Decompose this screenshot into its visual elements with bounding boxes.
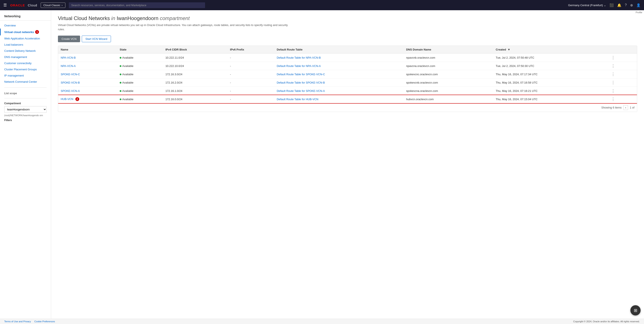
page-title-in: in xyxy=(111,15,115,21)
showing-items: Showing 6 items xyxy=(601,106,622,109)
page-description: Virtual Cloud Networks (VCNs) are privat… xyxy=(58,23,292,31)
route-table-link[interactable]: Default Route Table for NPA-VCN-B xyxy=(277,56,321,59)
create-vcn-button[interactable]: Create VCN xyxy=(58,36,80,42)
ipv6-prefix: - xyxy=(228,95,274,103)
sidebar-item-waa[interactable]: Web Application Acceleration xyxy=(0,35,51,42)
compartment-select[interactable]: IwanHoogendoorn xyxy=(4,106,47,113)
row-kebab-menu[interactable]: ⋮ xyxy=(610,96,617,102)
table-header-row: Name State IPv4 CIDR Block IPv6 Prefix D… xyxy=(58,46,637,54)
col-state: State xyxy=(117,46,163,54)
table-row: HUB-VCN 2 Available 172.16.0.0/24 - Defa… xyxy=(58,95,637,103)
dns-domain: npavcna.oraclevcn.com xyxy=(404,62,493,70)
route-table-link[interactable]: Default Route Table for NPA-VCN-A xyxy=(277,64,321,68)
status-dot xyxy=(120,82,122,84)
created-date: Thu, May 16, 2024, 07:16:58 UTC xyxy=(493,79,607,87)
row-kebab-menu[interactable]: ⋮ xyxy=(610,80,617,86)
vcn-name-link[interactable]: HUB-VCN xyxy=(61,97,73,101)
sidebar-item-cpg[interactable]: Cluster Placement Groups xyxy=(0,66,51,73)
oracle-text: ORACLE xyxy=(10,4,25,7)
terms-link[interactable]: Terms of Use and Privacy xyxy=(4,320,31,323)
terminal-icon[interactable]: ⬛ xyxy=(610,3,614,7)
table-row: SPOKE-VCN-B Available 172.16.2.0/24 - De… xyxy=(58,79,637,87)
table-footer: Showing 6 items ‹ 1 of xyxy=(58,103,637,112)
main-content: Virtual Cloud Networks in IwanHoogendoor… xyxy=(51,10,644,324)
dns-domain: spokevcna.oraclevcn.com xyxy=(404,87,493,95)
dns-domain: npavcnb.oraclevcn.com xyxy=(404,54,493,62)
row-kebab-menu[interactable]: ⋮ xyxy=(610,71,617,77)
table-row: SPOKE-VCN-C Available 172.16.3.0/24 - De… xyxy=(58,70,637,79)
sidebar-item-lb[interactable]: Load balancers xyxy=(0,42,51,48)
ipv6-prefix: - xyxy=(228,87,274,95)
profile-icon[interactable]: 👤 xyxy=(636,3,640,7)
bell-icon[interactable]: 🔔 xyxy=(617,3,622,7)
cloud-classic-button[interactable]: Cloud Classic › xyxy=(41,3,66,8)
filters-label: Filters xyxy=(0,117,51,123)
created-date: Thu, May 16, 2024, 07:16:21 UTC xyxy=(493,87,607,95)
cookie-link[interactable]: Cookie Preferences xyxy=(34,320,55,323)
ipv6-prefix: - xyxy=(228,70,274,79)
status-dot xyxy=(120,74,122,75)
search-input[interactable] xyxy=(69,2,205,8)
row-kebab-menu[interactable]: ⋮ xyxy=(610,55,617,61)
toolbar: Create VCN Start VCN Wizard xyxy=(58,36,637,42)
route-table-link[interactable]: Default Route Table for SPOKE-VCN-B xyxy=(277,81,325,84)
route-table-link[interactable]: Default Route Table for SPOKE-VCN-C xyxy=(277,73,325,76)
route-table-link[interactable]: Default Route Table for SPOKE-VCN-A xyxy=(277,89,325,93)
sidebar-item-ip-mgmt[interactable]: IP management xyxy=(0,73,51,79)
table-row: NPA-VCN-B Available 10.222.11.0/24 - Def… xyxy=(58,54,637,62)
row-badge: 2 xyxy=(76,97,79,101)
row-kebab-menu[interactable]: ⋮ xyxy=(610,63,617,69)
page-title-suffix: compartment xyxy=(160,15,190,21)
col-name: Name xyxy=(58,46,117,54)
page-info: 1 of xyxy=(630,106,634,109)
region-selector[interactable]: Germany Central (Frankfurt) ⌄ xyxy=(568,4,606,7)
help-icon[interactable]: ? xyxy=(625,3,627,7)
list-scope-title: List scope xyxy=(0,90,51,96)
compartment-path: (root)/NETWORK/IwanHoogendo orn xyxy=(0,114,51,117)
vcn-name-link[interactable]: SPOKE-VCN-C xyxy=(61,73,80,76)
table-row: SPOKE-VCN-A Available 172.16.1.0/24 - De… xyxy=(58,87,637,95)
sidebar: Networking Overview Virtual cloud networ… xyxy=(0,10,51,324)
status-dot xyxy=(120,65,122,67)
row-kebab-menu[interactable]: ⋮ xyxy=(610,88,617,94)
ipv6-prefix: - xyxy=(228,62,274,70)
col-ipv6: IPv6 Prefix xyxy=(228,46,274,54)
dns-domain: hubvcn.oraclevcn.com xyxy=(404,95,493,103)
sidebar-item-dns[interactable]: DNS management xyxy=(0,54,51,60)
globe-icon[interactable]: ⊕ xyxy=(630,3,633,7)
sidebar-divider2 xyxy=(4,98,47,99)
header-icons: ⬛ 🔔 ? ⊕ 👤 xyxy=(610,3,640,7)
footer: Terms of Use and Privacy Cookie Preferen… xyxy=(0,319,644,324)
vcn-name-link[interactable]: NPA-VCN-A xyxy=(61,64,76,68)
sidebar-item-ncc[interactable]: Network Command Center xyxy=(0,79,51,85)
layout: Networking Overview Virtual cloud networ… xyxy=(0,10,644,324)
start-vcn-wizard-button[interactable]: Start VCN Wizard xyxy=(82,36,111,42)
created-date: Thu, May 16, 2024, 07:17:34 UTC xyxy=(493,70,607,79)
hamburger-menu[interactable]: ☰ xyxy=(4,3,7,8)
vcn-name-link[interactable]: NPA-VCN-B xyxy=(61,56,76,59)
status-dot xyxy=(120,99,122,100)
ipv4-cidr: 172.16.2.0/24 xyxy=(163,79,228,87)
sidebar-item-customer-conn[interactable]: Customer connectivity xyxy=(0,60,51,66)
route-table-link[interactable]: Default Route Table for HUB-VCN xyxy=(277,98,318,101)
col-created[interactable]: Created ▼ xyxy=(493,46,607,54)
help-widget-icon: ⊞ xyxy=(634,308,638,313)
prev-page-button[interactable]: ‹ xyxy=(623,105,628,110)
ipv4-cidr: 172.16.0.0/24 xyxy=(163,95,228,103)
header: ☰ ORACLE Cloud Cloud Classic › Germany C… xyxy=(0,0,644,10)
vcn-name-link[interactable]: SPOKE-VCN-A xyxy=(61,89,80,93)
help-widget[interactable]: ⊞ xyxy=(630,305,640,315)
vcn-badge: 1 xyxy=(35,30,39,34)
sidebar-item-cdn[interactable]: Content Delivery Network xyxy=(0,48,51,54)
status-dot xyxy=(120,57,122,59)
table-row: NPA-VCN-A Available 10.222.10.0/24 - Def… xyxy=(58,62,637,70)
ipv6-prefix: - xyxy=(228,54,274,62)
created-date: Thu, May 16, 2024, 07:15:04 UTC xyxy=(493,95,607,103)
vcn-name-link[interactable]: SPOKE-VCN-B xyxy=(61,81,80,84)
profile-label: Profile xyxy=(636,11,642,14)
col-dns: DNS Domain Name xyxy=(404,46,493,54)
col-actions xyxy=(607,46,637,54)
vcn-table: Name State IPv4 CIDR Block IPv6 Prefix D… xyxy=(58,46,637,103)
sidebar-item-vcn[interactable]: Virtual cloud networks 1 xyxy=(0,29,51,35)
sidebar-item-overview[interactable]: Overview xyxy=(0,22,51,29)
